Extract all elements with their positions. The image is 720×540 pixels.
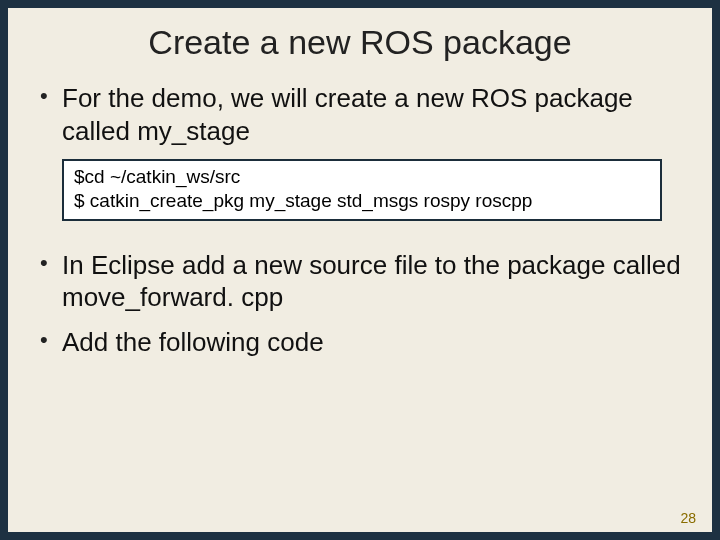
- code-line: $ catkin_create_pkg my_stage std_msgs ro…: [74, 189, 650, 213]
- bullet-item: Add the following code: [38, 326, 682, 359]
- slide: Create a new ROS package For the demo, w…: [8, 8, 712, 532]
- code-block: $cd ~/catkin_ws/src $ catkin_create_pkg …: [62, 159, 662, 221]
- bullet-item: For the demo, we will create a new ROS p…: [38, 82, 682, 147]
- bullet-list: For the demo, we will create a new ROS p…: [38, 82, 682, 147]
- bullet-list: In Eclipse add a new source file to the …: [38, 249, 682, 359]
- code-line: $cd ~/catkin_ws/src: [74, 165, 650, 189]
- bullet-item: In Eclipse add a new source file to the …: [38, 249, 682, 314]
- page-number: 28: [680, 510, 696, 526]
- slide-title: Create a new ROS package: [38, 23, 682, 62]
